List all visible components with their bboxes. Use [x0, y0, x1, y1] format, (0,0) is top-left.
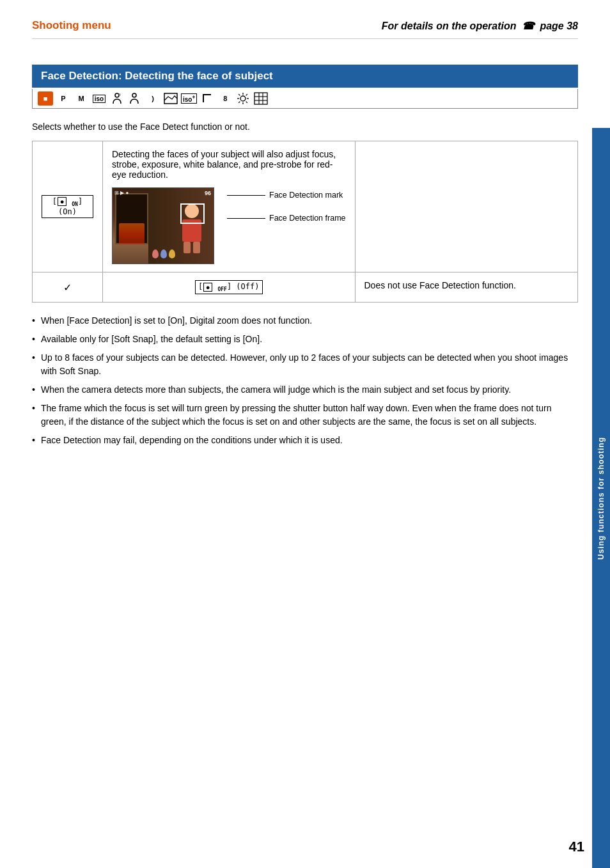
icon-camera: ■ — [38, 91, 53, 106]
icon-iso-plus: iso+ — [181, 91, 197, 106]
icon-landscape — [163, 91, 178, 106]
on-description: Detecting the faces of your subject will… — [112, 149, 336, 180]
svg-point-4 — [240, 96, 246, 101]
icon-corner — [199, 91, 215, 106]
table-row-off: ✓ [● OFF] (Off) Does not use Face Detect… — [33, 272, 578, 303]
shooting-menu-label: Shooting menu — [32, 19, 111, 32]
face-detection-mark-label: Face Detection mark — [269, 191, 343, 200]
notes-list: When [Face Detection] is set to [On], Di… — [32, 314, 578, 447]
face-off-icon: [● OFF] (Off) — [195, 280, 263, 294]
table-row-on: [● ON] (On) Detecting the faces of your … — [33, 141, 578, 272]
off-description-cell: Does not use Face Detection function. — [355, 272, 578, 303]
operation-ref-text: For details on the operation — [382, 20, 517, 31]
icon-p: P — [56, 91, 71, 106]
section-title: Face Detection: Detecting the face of su… — [32, 65, 578, 88]
list-item: The frame which the focus is set will tu… — [32, 402, 578, 429]
list-item: When the camera detects more than subjec… — [32, 383, 578, 397]
intro-text: Selects whether to use the Face Detect f… — [32, 122, 578, 132]
svg-line-12 — [239, 102, 240, 103]
list-item: When [Face Detection] is set to [On], Di… — [32, 314, 578, 327]
face-on-icon: [● ON] (On) — [42, 195, 93, 218]
svg-line-10 — [246, 102, 247, 103]
page-ref-text: page 38 — [540, 20, 578, 31]
sidebar-label: Using functions for shooting — [597, 437, 606, 560]
svg-point-0 — [115, 93, 119, 97]
page-header: Shooting menu For details on the operati… — [32, 19, 578, 39]
face-detection-frame-visual — [180, 203, 205, 224]
on-description-cell: Detecting the faces of your subject will… — [103, 141, 356, 272]
icon-person2 — [127, 91, 143, 106]
camera-preview-image: ⊞ ▶ ● 96 — [112, 187, 214, 264]
list-item: Up to 8 faces of your subjects can be de… — [32, 351, 578, 378]
svg-point-1 — [118, 93, 121, 96]
icon-grid — [253, 91, 269, 106]
face-detection-diagram: ⊞ ▶ ● 96 — [112, 187, 346, 264]
icon-sun — [235, 91, 251, 106]
operation-ref: For details on the operation ☎ page 38 — [382, 20, 578, 32]
on-icon-cell: [● ON] (On) — [33, 141, 103, 272]
face-detection-frame-label: Face Detection frame — [269, 214, 346, 223]
off-check-cell: ✓ — [33, 272, 103, 303]
list-item: Available only for [Soft Snap], the defa… — [32, 333, 578, 346]
page-number: 41 — [569, 839, 584, 855]
off-description: Does not use Face Detection function. — [364, 280, 516, 290]
icon-m: M — [74, 91, 89, 106]
list-item: Face Detection may fail, depending on th… — [32, 434, 578, 447]
options-table: [● ON] (On) Detecting the faces of your … — [32, 141, 578, 303]
off-icon-cell: [● OFF] (Off) — [103, 272, 356, 303]
phone-icon: ☎ — [522, 20, 535, 32]
icon-iso: iso — [91, 91, 107, 106]
icon-bar: ■ P M iso ) iso+ 8 — [32, 89, 578, 109]
icon-person1 — [109, 91, 125, 106]
svg-line-11 — [246, 94, 247, 95]
svg-line-9 — [239, 94, 240, 95]
check-icon: ✓ — [63, 282, 72, 293]
icon-bracket: ) — [145, 91, 160, 106]
sidebar-using-functions: Using functions for shooting — [592, 128, 610, 868]
svg-point-2 — [132, 93, 136, 97]
icon-8: 8 — [217, 91, 233, 106]
svg-rect-13 — [254, 93, 267, 104]
